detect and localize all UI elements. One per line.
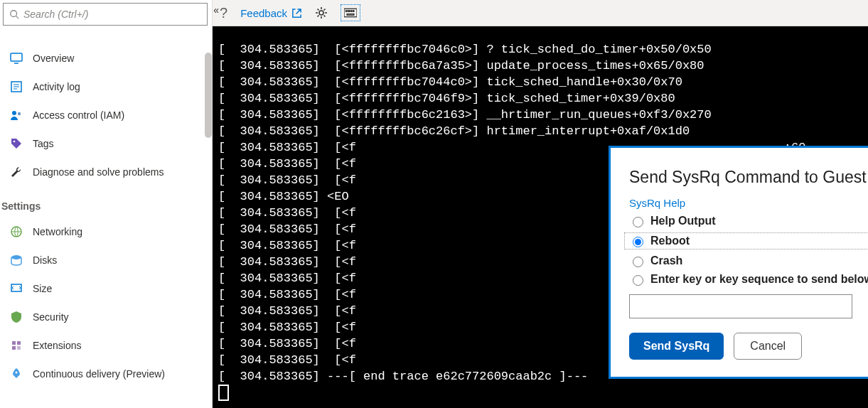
radio-custom-key[interactable]: Enter key or key sequence to send below: [629, 273, 868, 286]
custom-key-input[interactable] [629, 294, 852, 318]
sidebar-item-label: Activity log [33, 81, 80, 92]
settings-gear-button[interactable] [315, 6, 328, 19]
sidebar-item-label: Networking [33, 226, 82, 237]
settings-header: Settings [0, 186, 212, 218]
svg-rect-14 [12, 341, 16, 345]
extension-icon [10, 339, 23, 352]
svg-rect-21 [345, 11, 347, 12]
cancel-button[interactable]: Cancel [734, 333, 802, 360]
radio-crash-input[interactable] [633, 257, 643, 267]
sidebar-item-tags[interactable]: Tags [0, 129, 212, 158]
sidebar-item-size[interactable]: Size [0, 274, 212, 303]
radio-custom-key-input[interactable] [633, 275, 643, 286]
sysrq-help-link[interactable]: SysRq Help [629, 197, 685, 209]
wrench-icon [10, 166, 23, 178]
radio-help-output[interactable]: Help Output [629, 215, 868, 227]
svg-rect-2 [11, 53, 22, 61]
external-link-icon [291, 8, 302, 18]
sidebar-item-diagnose[interactable]: Diagnose and solve problems [0, 158, 212, 186]
radio-label: Crash [650, 254, 682, 267]
sysrq-dialog: Send SysRq Command to Guest SysRq Help H… [609, 146, 868, 379]
svg-rect-24 [353, 11, 354, 12]
keyboard-button[interactable] [341, 4, 360, 21]
monitor-icon [10, 52, 23, 65]
sidebar-item-disks[interactable]: Disks [0, 246, 212, 274]
radio-label: Help Output [650, 215, 716, 227]
radio-crash[interactable]: Crash [629, 254, 868, 267]
svg-rect-15 [17, 341, 21, 345]
serial-console[interactable]: [ 304.583365] [<ffffffffbc7046c0>] ? tic… [213, 26, 868, 408]
sidebar-item-overview[interactable]: Overview [0, 44, 212, 73]
sidebar-item-label: Continuous delivery (Preview) [33, 368, 165, 380]
svg-rect-25 [347, 14, 354, 16]
svg-point-10 [14, 141, 16, 143]
feedback-label: Feedback [240, 7, 287, 19]
sidebar-item-label: Overview [33, 53, 74, 64]
svg-rect-17 [17, 346, 21, 350]
svg-point-8 [12, 111, 16, 115]
rocket-icon [10, 367, 23, 380]
help-button[interactable]: ? [220, 5, 227, 21]
search-input[interactable]: Search (Ctrl+/) [3, 3, 208, 26]
svg-point-9 [18, 112, 21, 115]
svg-line-1 [16, 16, 19, 19]
sidebar-item-label: Security [33, 311, 69, 323]
sidebar-item-label: Tags [33, 138, 54, 149]
toolbar: ? Feedback [213, 0, 868, 26]
sidebar-item-security[interactable]: Security [0, 303, 212, 331]
main-area: ? Feedback [ 304.583365] [<ffffffffbc704… [213, 0, 868, 408]
svg-point-19 [319, 11, 323, 15]
sidebar-item-label: Diagnose and solve problems [33, 166, 164, 178]
svg-point-0 [11, 11, 17, 17]
dialog-title: Send SysRq Command to Guest [629, 168, 868, 187]
people-icon [10, 109, 23, 122]
sidebar-item-networking[interactable]: Networking [0, 218, 212, 246]
search-placeholder: Search (Ctrl+/) [23, 9, 88, 20]
svg-rect-23 [350, 11, 352, 12]
network-icon [10, 225, 23, 238]
sidebar-item-label: Disks [33, 254, 57, 266]
scrollbar-thumb[interactable] [205, 53, 212, 138]
sidebar-item-access-control[interactable]: Access control (IAM) [0, 101, 212, 129]
disk-icon [10, 254, 23, 267]
sidebar-item-activity-log[interactable]: Activity log [0, 73, 212, 101]
sidebar-item-label: Extensions [33, 340, 81, 351]
svg-rect-13 [11, 284, 21, 291]
sidebar-scroll: Overview Activity log Access control (IA… [0, 30, 212, 408]
svg-point-18 [16, 372, 18, 374]
radio-reboot-input[interactable] [633, 237, 643, 247]
sidebar-item-extensions[interactable]: Extensions [0, 331, 212, 360]
collapse-chevron-icon[interactable]: « [213, 4, 219, 16]
shield-icon [10, 311, 23, 323]
send-sysrq-button[interactable]: Send SysRq [629, 333, 724, 360]
sidebar: Search (Ctrl+/) « Overview Activity log … [0, 0, 213, 408]
search-icon [9, 9, 19, 19]
svg-rect-20 [344, 9, 357, 16]
sidebar-item-label: Access control (IAM) [33, 109, 124, 121]
radio-label: Enter key or key sequence to send below: [650, 273, 868, 286]
svg-rect-16 [12, 346, 16, 350]
keyboard-icon [344, 6, 357, 19]
gear-icon [315, 6, 328, 19]
tag-icon [10, 137, 23, 150]
size-icon [10, 282, 23, 295]
radio-label: Reboot [650, 235, 690, 247]
feedback-button[interactable]: Feedback [240, 7, 302, 19]
svg-point-12 [11, 255, 21, 259]
radio-help-output-input[interactable] [633, 217, 643, 227]
log-icon [10, 80, 23, 93]
radio-reboot[interactable]: Reboot [625, 233, 868, 249]
sidebar-item-label: Size [33, 283, 52, 294]
sidebar-item-continuous-delivery[interactable]: Continuous delivery (Preview) [0, 360, 212, 388]
svg-rect-22 [348, 11, 350, 12]
